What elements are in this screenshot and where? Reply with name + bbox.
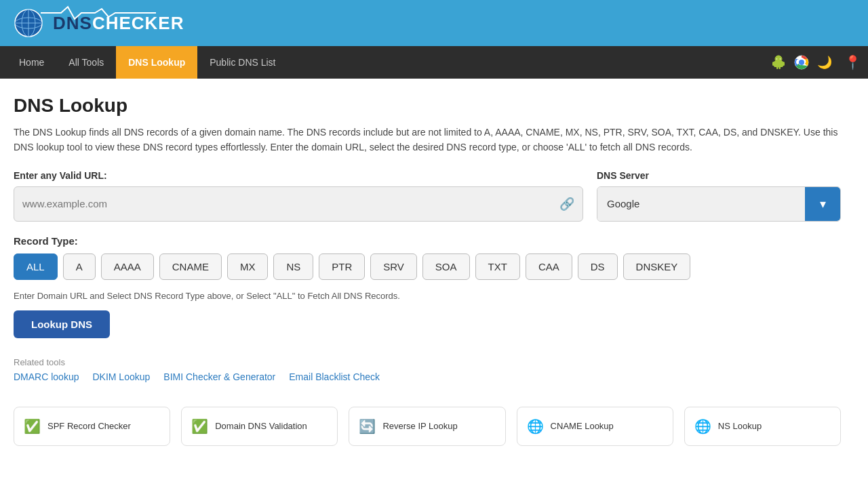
url-input-wrapper: 🔗 [14,186,583,222]
tool-card-icon-spf: ✅ [24,418,41,434]
link-icon: 🔗 [559,197,574,211]
tool-cards: ✅SPF Record Checker✅Domain DNS Validatio… [14,407,841,446]
svg-point-14 [799,60,804,65]
tool-card-icon-cname-lookup: 🌐 [527,418,544,434]
logo[interactable]: DNSCHECKER [14,8,184,38]
tool-card-reverse-ip[interactable]: 🔄Reverse IP Lookup [349,407,505,446]
globe-icon [14,8,43,38]
related-links: DMARC lookupDKIM LookupBIMI Checker & Ge… [14,371,841,382]
lookup-dns-button[interactable]: Lookup DNS [14,310,110,338]
svg-rect-6 [774,61,783,67]
record-type-all[interactable]: ALL [14,253,58,280]
dns-server-dropdown-button[interactable]: ▾ [805,187,840,221]
page-description: The DNS Lookup finds all DNS records of … [14,125,841,155]
related-link-bimi[interactable]: BIMI Checker & Generator [163,371,275,382]
related-tools-label: Related tools [14,357,841,367]
nav-dns-lookup[interactable]: DNS Lookup [116,46,197,79]
site-header: DNSCHECKER [0,0,868,46]
dns-server-section: DNS Server ▾ [597,170,841,222]
main-content: DNS Lookup The DNS Lookup finds all DNS … [0,79,854,460]
url-input[interactable] [22,198,559,209]
tool-card-domain-dns[interactable]: ✅Domain DNS Validation [181,407,338,446]
tool-card-icon-ns-lookup: 🌐 [694,418,711,434]
svg-rect-10 [779,66,781,69]
related-link-dkim[interactable]: DKIM Lookup [92,371,150,382]
nav-public-dns[interactable]: Public DNS List [197,46,288,79]
dns-server-wrapper: ▾ [597,186,841,222]
hint-text: Enter Domain URL and Select DNS Record T… [14,291,841,301]
record-type-ds[interactable]: DS [578,253,618,280]
url-section: Enter any Valid URL: 🔗 [14,170,583,222]
tool-card-label-domain-dns: Domain DNS Validation [215,421,307,431]
record-type-txt[interactable]: TXT [475,253,520,280]
location-icon: 📍 [844,54,861,70]
dns-server-label: DNS Server [597,170,841,181]
form-section: Enter any Valid URL: 🔗 DNS Server ▾ [14,170,841,222]
dark-mode-icon[interactable]: 🌙 [817,55,832,70]
page-title: DNS Lookup [14,95,841,117]
record-type-buttons: ALLAAAAACNAMEMXNSPTRSRVSOATXTCAADSDNSKEY [14,253,841,280]
related-link-email-blacklist[interactable]: Email Blacklist Check [289,371,380,382]
dns-server-input[interactable] [597,187,805,221]
tool-card-label-reverse-ip: Reverse IP Lookup [382,421,457,431]
tool-card-label-cname-lookup: CNAME Lookup [551,421,614,431]
tool-card-icon-reverse-ip: 🔄 [359,418,376,434]
url-label: Enter any Valid URL: [14,170,583,181]
tool-card-spf[interactable]: ✅SPF Record Checker [14,407,170,446]
svg-rect-8 [783,62,785,66]
record-type-label: Record Type: [14,235,841,247]
record-type-mx[interactable]: MX [227,253,269,280]
record-type-ns[interactable]: NS [273,253,313,280]
nav-home[interactable]: Home [7,46,56,79]
record-type-cname[interactable]: CNAME [159,253,222,280]
chrome-icon[interactable] [794,55,809,70]
record-type-caa[interactable]: CAA [526,253,572,280]
pulse-icon [41,5,156,20]
tool-card-ns-lookup[interactable]: 🌐NS Lookup [684,407,841,446]
nav-all-tools[interactable]: All Tools [56,46,116,79]
chevron-down-icon: ▾ [820,197,826,211]
tool-card-label-ns-lookup: NS Lookup [718,421,762,431]
main-nav: Home All Tools DNS Lookup Public DNS Lis… [0,46,868,79]
svg-point-12 [780,58,781,60]
record-type-soa[interactable]: SOA [422,253,470,280]
svg-rect-7 [772,62,774,66]
tool-card-cname-lookup[interactable]: 🌐CNAME Lookup [517,407,673,446]
nav-icons: 🌙 📍 [771,54,861,70]
svg-point-11 [776,58,778,60]
record-type-srv[interactable]: SRV [370,253,417,280]
svg-rect-9 [776,66,778,69]
record-type-aaaa[interactable]: AAAA [101,253,154,280]
record-type-dnskey[interactable]: DNSKEY [623,253,691,280]
record-type-a[interactable]: A [63,253,96,280]
related-link-dmarc[interactable]: DMARC lookup [14,371,79,382]
tool-card-icon-domain-dns: ✅ [191,418,208,434]
android-icon[interactable] [771,55,786,70]
tool-card-label-spf: SPF Record Checker [47,421,131,431]
record-type-ptr[interactable]: PTR [319,253,365,280]
